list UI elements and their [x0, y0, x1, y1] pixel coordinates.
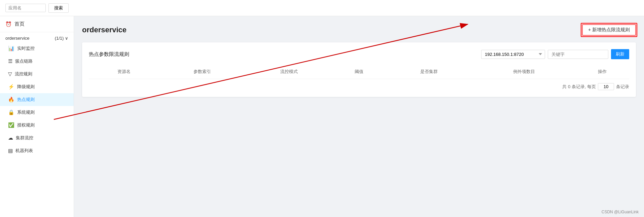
keyword-input[interactable] — [548, 50, 608, 59]
lock-icon: 🔒 — [8, 109, 14, 115]
service-name[interactable]: orderservice — [5, 36, 30, 41]
cloud-icon: ☁ — [8, 135, 13, 141]
add-button-wrapper: + 新增热点限流规则 — [582, 24, 636, 36]
data-table: 资源名 参数索引 流控模式 阈值 是否集群 例外项数目 操作 — [89, 65, 629, 79]
sidebar-item-label: 流控规则 — [15, 71, 32, 77]
page-size-input[interactable] — [598, 83, 614, 90]
col-flow-mode: 流控模式 — [246, 65, 332, 79]
bar-chart-icon: 📊 — [8, 45, 14, 51]
table-toolbar: 热点参数限流规则 192.168.150.1:8720 刷新 — [89, 49, 629, 59]
sidebar-item-system-rule[interactable]: 🔒 系统规则 — [0, 106, 74, 119]
main-layout: ⏰ 首页 orderservice (1/1) ∨ 📊 实时监控 ☰ 簇点链路 … — [0, 16, 644, 217]
col-resource: 资源名 — [89, 65, 159, 79]
table-icon: ▤ — [8, 148, 13, 154]
sidebar-item-flow-rule[interactable]: ▽ 流控规则 — [0, 68, 74, 80]
check-circle-icon: ✅ — [8, 122, 14, 128]
home-label: 首页 — [14, 21, 25, 27]
total-text: 共 0 条记录, 每页 — [562, 84, 596, 90]
sidebar-item-label: 授权规则 — [17, 122, 35, 128]
add-hotspot-rule-button[interactable]: + 新增热点限流规则 — [582, 24, 636, 36]
sidebar: ⏰ 首页 orderservice (1/1) ∨ 📊 实时监控 ☰ 簇点链路 … — [0, 16, 74, 217]
table-card: 热点参数限流规则 192.168.150.1:8720 刷新 资源名 参数索引 … — [82, 42, 636, 97]
watermark: CSDN @LiGuanLink — [602, 210, 639, 214]
sidebar-service: orderservice (1/1) ∨ — [0, 32, 74, 42]
col-exception-count: 例外项数目 — [472, 65, 576, 79]
sidebar-item-realtime-monitor[interactable]: 📊 实时监控 — [0, 42, 74, 55]
list-icon: ☰ — [8, 58, 12, 64]
top-navigation: 搜索 — [0, 0, 644, 16]
chevron-down-icon: ∨ — [65, 36, 68, 41]
table-title: 热点参数限流规则 — [89, 51, 129, 58]
sidebar-item-label: 机器列表 — [15, 148, 33, 154]
sidebar-item-degrade-rule[interactable]: ⚡ 降级规则 — [0, 80, 74, 93]
content-area: orderservice + 新增热点限流规则 热点参数限流规则 192.168… — [74, 16, 644, 217]
col-actions: 操作 — [576, 65, 629, 79]
table-header: 资源名 参数索引 流控模式 阈值 是否集群 例外项数目 操作 — [89, 65, 629, 79]
sidebar-menu: 📊 实时监控 ☰ 簇点链路 ▽ 流控规则 ⚡ 降级规则 🔥 热点规则 🔒 系统 — [0, 42, 74, 157]
sidebar-item-label: 系统规则 — [17, 109, 35, 115]
lightning-icon: ⚡ — [8, 84, 14, 90]
content-header: orderservice + 新增热点限流规则 — [82, 24, 636, 36]
refresh-button[interactable]: 刷新 — [611, 49, 629, 59]
sidebar-item-label: 集群流控 — [16, 135, 33, 141]
clock-icon: ⏰ — [5, 21, 12, 27]
filter-icon: ▽ — [8, 71, 12, 77]
service-count: (1/1) ∨ — [55, 36, 68, 41]
fire-icon: 🔥 — [8, 97, 14, 103]
sidebar-item-cluster-flow[interactable]: ☁ 集群流控 — [0, 132, 74, 144]
toolbar-right: 192.168.150.1:8720 刷新 — [481, 49, 629, 59]
table-footer: 共 0 条记录, 每页 条记录 — [89, 83, 629, 90]
search-button[interactable]: 搜索 — [48, 3, 69, 13]
unit-text: 条记录 — [616, 84, 629, 90]
sidebar-item-label: 热点规则 — [17, 97, 35, 103]
col-is-cluster: 是否集群 — [386, 65, 473, 79]
page-title: orderservice — [82, 26, 127, 34]
sidebar-item-label: 实时监控 — [17, 45, 35, 51]
sidebar-item-label: 降级规则 — [17, 84, 35, 90]
sidebar-item-auth-rule[interactable]: ✅ 授权规则 — [0, 119, 74, 132]
sidebar-home[interactable]: ⏰ 首页 — [0, 16, 74, 32]
app-name-input[interactable] — [5, 4, 46, 12]
ip-selector[interactable]: 192.168.150.1:8720 — [481, 50, 545, 59]
sidebar-item-hotspot-rule[interactable]: 🔥 热点规则 — [0, 93, 74, 106]
sidebar-item-trace-chain[interactable]: ☰ 簇点链路 — [0, 55, 74, 68]
sidebar-item-label: 簇点链路 — [15, 58, 33, 64]
col-threshold: 阈值 — [332, 65, 386, 79]
col-param-index: 参数索引 — [159, 65, 246, 79]
sidebar-item-machine-list[interactable]: ▤ 机器列表 — [0, 144, 74, 157]
